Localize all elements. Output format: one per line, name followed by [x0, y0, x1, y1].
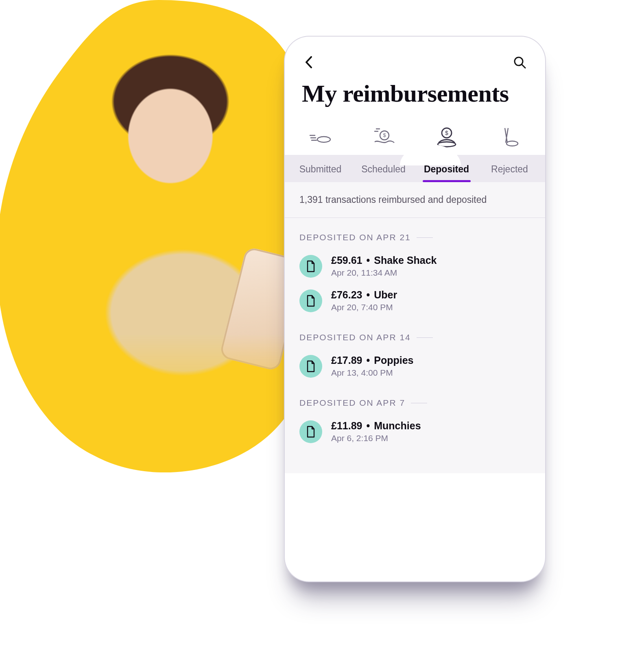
group-header-label: DEPOSITED ON APR 14: [299, 333, 411, 342]
transaction-time: Apr 13, 4:00 PM: [331, 368, 413, 378]
transaction-time: Apr 6, 2:16 PM: [331, 433, 421, 443]
bullet-dot: •: [366, 420, 370, 432]
transaction-group: DEPOSITED ON APR 21 £59.61 • Shake Shack…: [285, 218, 545, 318]
transaction-body: £17.89 • Poppies Apr 13, 4:00 PM: [331, 355, 413, 378]
coin-slash-icon: [500, 126, 520, 148]
bullet-dot: •: [366, 355, 370, 366]
receipt-chip: [299, 420, 322, 443]
svg-text:$: $: [445, 130, 448, 136]
search-button[interactable]: [511, 54, 528, 71]
svg-point-2: [317, 137, 330, 142]
tab-icon-rejected[interactable]: [478, 126, 541, 148]
receipt-chip: [299, 355, 322, 378]
tab-icon-scheduled[interactable]: $: [352, 127, 415, 147]
transaction-group: DEPOSITED ON APR 14 £17.89 • Poppies Apr…: [285, 318, 545, 383]
group-header: DEPOSITED ON APR 14: [299, 318, 530, 349]
divider-line: [417, 237, 433, 238]
transaction-time: Apr 20, 11:34 AM: [331, 268, 437, 278]
divider-line: [417, 337, 433, 338]
back-button[interactable]: [300, 54, 317, 71]
tab-rejected[interactable]: Rejected: [478, 164, 541, 175]
transaction-body: £76.23 • Uber Apr 20, 7:40 PM: [331, 289, 397, 312]
tab-bar: $ $ Submitted Scheduled Deposited Reject…: [285, 119, 545, 182]
group-header: DEPOSITED ON APR 7: [299, 383, 530, 414]
transaction-amount: £76.23: [331, 289, 362, 301]
tab-deposited[interactable]: Deposited: [415, 164, 478, 175]
transaction-merchant: Poppies: [374, 355, 413, 366]
group-header-label: DEPOSITED ON APR 7: [299, 398, 405, 408]
transaction-row[interactable]: £11.89 • Munchies Apr 6, 2:16 PM: [299, 414, 530, 449]
tab-icon-submitted[interactable]: [289, 129, 352, 145]
app-topbar: [285, 37, 545, 71]
transaction-body: £59.61 • Shake Shack Apr 20, 11:34 AM: [331, 254, 437, 278]
document-icon: [306, 260, 316, 272]
content-area: 1,391 transactions reimbursed and deposi…: [285, 182, 545, 473]
phone-mockup: My reimbursements $ $ Submitted Schedule…: [285, 37, 545, 581]
chevron-left-icon: [304, 55, 313, 69]
group-header-label: DEPOSITED ON APR 21: [299, 233, 411, 242]
tab-icons-row: $ $: [285, 119, 545, 155]
transaction-row[interactable]: £59.61 • Shake Shack Apr 20, 11:34 AM: [299, 249, 530, 283]
transaction-merchant: Uber: [374, 289, 397, 301]
transaction-row[interactable]: £76.23 • Uber Apr 20, 7:40 PM: [299, 283, 530, 318]
receipt-chip: [299, 255, 322, 278]
document-icon: [306, 360, 316, 372]
tab-scheduled[interactable]: Scheduled: [352, 164, 415, 175]
receipt-chip: [299, 289, 322, 312]
divider-line: [411, 403, 427, 403]
transaction-amount: £11.89: [331, 420, 362, 432]
transaction-group: DEPOSITED ON APR 7 £11.89 • Munchies Apr…: [285, 383, 545, 449]
search-icon: [513, 56, 526, 69]
document-icon: [306, 426, 316, 438]
transaction-amount: £59.61: [331, 254, 362, 266]
transaction-time: Apr 20, 7:40 PM: [331, 302, 397, 312]
transaction-body: £11.89 • Munchies Apr 6, 2:16 PM: [331, 420, 421, 443]
summary-line: 1,391 transactions reimbursed and deposi…: [285, 182, 545, 218]
document-icon: [306, 295, 316, 307]
page-title: My reimbursements: [285, 71, 545, 119]
group-header: DEPOSITED ON APR 21: [299, 218, 530, 249]
transaction-amount: £17.89: [331, 355, 362, 366]
svg-point-8: [506, 141, 518, 146]
transaction-merchant: Munchies: [374, 420, 421, 432]
bullet-dot: •: [366, 289, 370, 301]
transaction-merchant: Shake Shack: [374, 254, 437, 266]
transaction-row[interactable]: £17.89 • Poppies Apr 13, 4:00 PM: [299, 349, 530, 383]
tab-submitted[interactable]: Submitted: [289, 164, 352, 175]
svg-text:$: $: [383, 132, 386, 138]
svg-line-1: [522, 65, 525, 68]
bullet-dot: •: [366, 254, 370, 266]
coin-up-icon: $: [435, 126, 458, 148]
coin-send-icon: [309, 129, 332, 145]
coin-wave-icon: $: [372, 127, 395, 147]
